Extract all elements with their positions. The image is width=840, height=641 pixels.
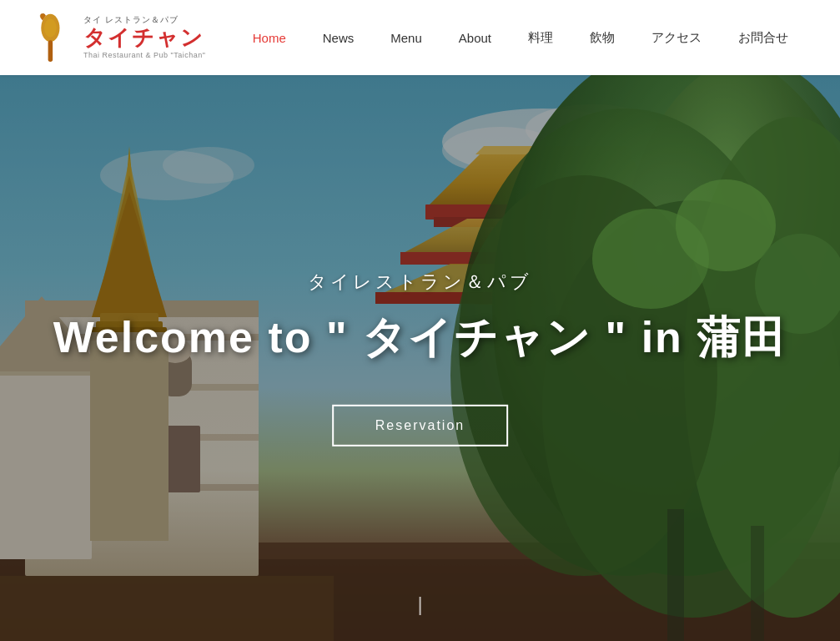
logo-icon [33,13,75,63]
svg-rect-1 [48,40,53,62]
main-nav: Home News Menu About 料理 飲物 アクセス お問合せ [234,30,807,46]
hero-title: Welcome to " タイチャン " in 蒲田 [53,311,787,363]
hero-subtitle: タイレストラン＆パブ [53,270,787,295]
hero-content: タイレストラン＆パブ Welcome to " タイチャン " in 蒲田 Re… [53,270,787,447]
scroll-indicator: | [417,593,422,616]
logo-sub-text: Thai Restaurant & Pub "Taichan" [83,51,205,60]
logo-main-text: タイチャン [83,25,205,51]
logo-text: タイ レストラン＆パブ タイチャン Thai Restaurant & Pub … [83,15,205,60]
reservation-button[interactable]: Reservation [332,405,508,447]
nav-about[interactable]: About [440,31,510,45]
nav-nomimono[interactable]: 飲物 [571,30,633,46]
nav-access[interactable]: アクセス [633,30,720,46]
nav-menu[interactable]: Menu [372,31,440,45]
logo-small-text: タイ レストラン＆パブ [83,15,205,25]
nav-contact[interactable]: お問合せ [720,30,807,46]
logo[interactable]: タイ レストラン＆パブ タイチャン Thai Restaurant & Pub … [33,13,205,63]
site-header: タイ レストラン＆パブ タイチャン Thai Restaurant & Pub … [0,0,840,75]
nav-home[interactable]: Home [234,31,304,45]
scroll-down-icon: | [417,593,422,615]
nav-news[interactable]: News [304,31,373,45]
hero-section: タイレストラン＆パブ Welcome to " タイチャン " in 蒲田 Re… [0,75,840,641]
svg-point-2 [44,18,57,37]
nav-ryori[interactable]: 料理 [510,30,571,46]
